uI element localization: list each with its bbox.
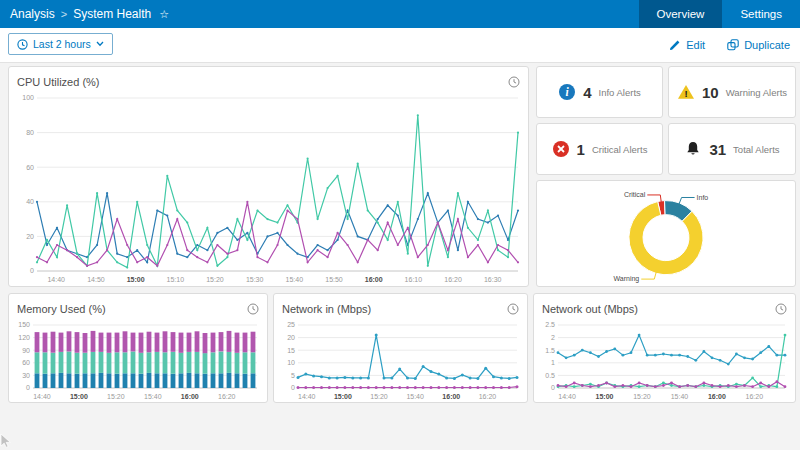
time-filter-button[interactable]: Last 2 hours <box>8 33 113 55</box>
svg-text:100: 100 <box>22 94 34 101</box>
svg-text:0: 0 <box>26 384 30 391</box>
svg-text:2: 2 <box>551 334 555 341</box>
pencil-icon <box>669 39 681 51</box>
network-in-panel-title: Network in (Mbps) <box>282 303 371 315</box>
svg-text:16:10: 16:10 <box>405 276 423 283</box>
svg-text:0: 0 <box>30 267 34 274</box>
warning-alert-label: Warning Alerts <box>726 87 787 98</box>
duplicate-label: Duplicate <box>744 39 790 51</box>
panel-alerts-donut: CriticalInfoWarning <box>536 180 796 287</box>
svg-text:16:20: 16:20 <box>218 393 236 400</box>
critical-alert-label: Critical Alerts <box>592 144 647 155</box>
info-alert-count: 4 <box>583 84 591 101</box>
svg-text:16:30: 16:30 <box>484 276 502 283</box>
svg-text:60: 60 <box>22 359 30 366</box>
svg-text:14:40: 14:40 <box>33 393 51 400</box>
network-out-line-chart: 00.511.522.514:4015:0015:2015:4016:0016:… <box>534 320 793 402</box>
alert-card-critical: 1 Critical Alerts <box>536 123 663 175</box>
svg-text:10: 10 <box>287 359 295 366</box>
total-alert-label: Total Alerts <box>733 144 779 155</box>
svg-text:30: 30 <box>22 372 30 379</box>
svg-text:Warning: Warning <box>613 275 639 283</box>
critical-icon <box>552 140 570 158</box>
cpu-line-chart: 02040608010014:4014:5015:0015:1015:2015:… <box>9 93 526 285</box>
svg-text:!: ! <box>684 88 687 99</box>
page-title: System Health <box>73 7 151 21</box>
duplicate-button[interactable]: Duplicate <box>727 39 790 51</box>
critical-alert-count: 1 <box>577 141 585 158</box>
panel-cpu: CPU Utilized (%) 02040608010014:4014:501… <box>8 66 529 287</box>
svg-text:90: 90 <box>22 347 30 354</box>
warning-icon: ! <box>677 83 695 101</box>
breadcrumb: Analysis > System Health ☆ <box>0 7 169 21</box>
favorite-star-icon[interactable]: ☆ <box>159 8 169 21</box>
duplicate-icon <box>727 39 739 51</box>
network-in-line-chart: 051015202514:4015:0015:2015:4016:0016:20 <box>274 320 525 402</box>
alert-card-info: i 4 Info Alerts <box>536 66 663 118</box>
clock-icon <box>17 39 28 50</box>
tab-overview[interactable]: Overview <box>639 0 723 28</box>
edit-button[interactable]: Edit <box>669 39 705 51</box>
panel-memory: Memory Used (%) 030609012015014:4015:001… <box>8 293 268 403</box>
mouse-cursor <box>0 434 12 449</box>
clock-icon <box>507 303 519 315</box>
header-tabs: Overview Settings <box>639 0 800 28</box>
panel-network-out: Network out (Mbps) 00.511.522.514:4015:0… <box>533 293 796 403</box>
svg-text:20: 20 <box>26 233 34 240</box>
svg-text:16:00: 16:00 <box>365 276 383 283</box>
svg-text:1: 1 <box>551 359 555 366</box>
clock-icon <box>247 303 259 315</box>
tab-settings[interactable]: Settings <box>722 0 800 28</box>
svg-text:15:10: 15:10 <box>167 276 185 283</box>
svg-text:16:20: 16:20 <box>746 393 764 400</box>
svg-text:40: 40 <box>26 198 34 205</box>
svg-text:14:40: 14:40 <box>47 276 65 283</box>
bell-icon <box>684 140 702 158</box>
svg-text:16:00: 16:00 <box>442 393 460 400</box>
svg-text:16:20: 16:20 <box>444 276 462 283</box>
time-filter-label: Last 2 hours <box>33 38 91 50</box>
svg-text:Info: Info <box>697 194 709 201</box>
cpu-panel-title: CPU Utilized (%) <box>17 76 100 88</box>
svg-text:120: 120 <box>18 334 30 341</box>
svg-text:15: 15 <box>287 347 295 354</box>
chevron-down-icon <box>96 41 104 47</box>
breadcrumb-root[interactable]: Analysis <box>10 7 55 21</box>
warning-alert-count: 10 <box>702 84 719 101</box>
svg-text:15:00: 15:00 <box>127 276 145 283</box>
svg-text:15:20: 15:20 <box>107 393 125 400</box>
svg-text:150: 150 <box>18 321 30 328</box>
total-alert-count: 31 <box>709 141 726 158</box>
svg-text:15:00: 15:00 <box>334 393 352 400</box>
svg-text:15:30: 15:30 <box>246 276 264 283</box>
svg-text:16:00: 16:00 <box>181 393 199 400</box>
svg-text:15:40: 15:40 <box>406 393 424 400</box>
info-alert-label: Info Alerts <box>599 87 641 98</box>
alerts-donut-chart: CriticalInfoWarning <box>537 181 795 284</box>
svg-text:15:40: 15:40 <box>286 276 304 283</box>
breadcrumb-separator: > <box>61 8 67 20</box>
svg-text:25: 25 <box>287 321 295 328</box>
svg-text:60: 60 <box>26 164 34 171</box>
alert-card-total: 31 Total Alerts <box>668 123 796 175</box>
clock-icon <box>775 303 787 315</box>
svg-text:16:00: 16:00 <box>708 393 726 400</box>
clock-icon <box>508 76 520 88</box>
svg-text:0.5: 0.5 <box>545 372 555 379</box>
svg-text:15:20: 15:20 <box>206 276 224 283</box>
svg-text:0: 0 <box>291 384 295 391</box>
svg-text:15:40: 15:40 <box>671 393 689 400</box>
info-icon: i <box>558 83 576 101</box>
svg-text:15:40: 15:40 <box>144 393 162 400</box>
app-header: Analysis > System Health ☆ Overview Sett… <box>0 0 800 28</box>
edit-label: Edit <box>686 39 705 51</box>
svg-text:15:00: 15:00 <box>70 393 88 400</box>
svg-text:Critical: Critical <box>624 191 646 198</box>
svg-text:16:20: 16:20 <box>479 393 497 400</box>
svg-text:80: 80 <box>26 129 34 136</box>
toolbar: Last 2 hours Edit Duplicate <box>0 28 800 63</box>
panel-network-in: Network in (Mbps) 051015202514:4015:0015… <box>273 293 528 403</box>
svg-text:5: 5 <box>291 372 295 379</box>
alert-card-warning: ! 10 Warning Alerts <box>668 66 796 118</box>
svg-text:2.5: 2.5 <box>545 321 555 328</box>
